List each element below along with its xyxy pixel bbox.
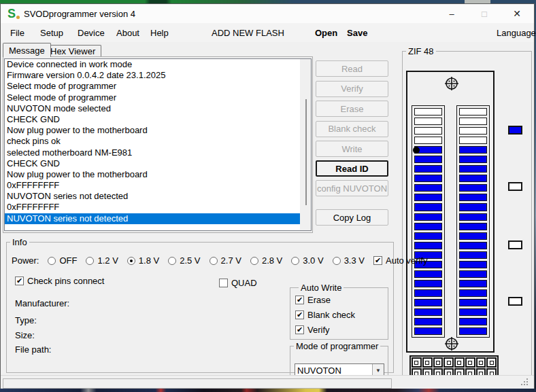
power-radio-1.2v[interactable]: 1.2 V — [86, 255, 118, 266]
menu-item-open[interactable]: Open — [315, 23, 337, 42]
minimize-button[interactable]: – — [440, 4, 463, 23]
menu-item-device[interactable]: Device — [78, 23, 105, 42]
log-line[interactable]: Select mode of programmer — [5, 81, 311, 92]
log-line[interactable]: NUVOTON mode selected — [5, 103, 311, 114]
message-log-list[interactable]: Device connected in work modeFirmware ve… — [4, 58, 312, 231]
log-line[interactable]: Now plug power to the motherboard — [5, 125, 311, 136]
checkbox-label: Blank check — [307, 310, 355, 320]
log-line[interactable]: Select mode of programmer — [5, 92, 311, 103]
connector-cell — [486, 357, 497, 368]
pin-slot — [414, 175, 442, 182]
file-path-label: File path: — [15, 344, 51, 355]
log-line[interactable]: CHECK GND — [5, 158, 311, 169]
auto-write-verify[interactable]: ✔Verify — [295, 325, 388, 335]
size-label: Size: — [15, 330, 35, 340]
auto-write-blank-check[interactable]: ✔Blank check — [295, 310, 388, 320]
pin-slot — [459, 165, 487, 173]
pin-slot — [459, 213, 487, 221]
checkbox: ✔ — [373, 256, 382, 265]
connector-cell-inner — [414, 361, 418, 365]
log-line[interactable]: check pins ok — [5, 136, 311, 147]
power-radio-2.7v[interactable]: 2.7 V — [210, 255, 241, 266]
screw-icon — [443, 75, 460, 92]
log-line[interactable]: 0xFFFFFFFF — [5, 180, 311, 191]
power-radio-3.0v[interactable]: 3.0 V — [291, 255, 323, 266]
pin-slot — [414, 127, 442, 135]
radio-button — [250, 257, 258, 265]
log-line[interactable]: Now plug power to the motherboard — [5, 169, 311, 180]
log-line[interactable]: Device connected in work mode — [5, 59, 311, 70]
close-button[interactable]: ✕ — [505, 4, 529, 23]
resize-grip[interactable] — [521, 378, 528, 385]
checkbox: ✔ — [15, 277, 24, 285]
checkbox-label: Auto verify — [386, 255, 427, 266]
power-radio-2.5v[interactable]: 2.5 V — [168, 255, 200, 266]
blank-check-button[interactable]: Blank check — [316, 121, 388, 137]
power-radio-1.8v[interactable]: 1.8 V — [127, 255, 159, 266]
menu-item-about[interactable]: About — [116, 23, 139, 42]
app-icon-letter: S — [7, 7, 16, 20]
radio-button — [127, 257, 135, 265]
app-icon: S — [7, 7, 21, 20]
pin-slot — [459, 261, 487, 268]
pin-slot — [414, 242, 442, 249]
log-scrollbar-thumb[interactable] — [305, 99, 307, 205]
tab-hex-viewer[interactable]: Hex Viewer — [44, 45, 101, 57]
window-title: SVODprogrammer version 4 — [24, 9, 135, 19]
menu-item-file[interactable]: File — [10, 23, 24, 42]
quad-checkbox[interactable]: QUAD — [219, 278, 257, 288]
config-nuvoton-button[interactable]: config NUVOTON — [316, 180, 388, 196]
log-line[interactable]: CHECK GND — [5, 114, 311, 125]
menu-item-help[interactable]: Help — [150, 23, 169, 42]
pin-slot — [414, 194, 442, 201]
pin-column-left — [412, 105, 445, 338]
log-line[interactable]: Firmware version 0.0.4.2 date 23.1.2025 — [5, 70, 311, 81]
pin-slot — [414, 137, 442, 144]
write-button[interactable]: Write — [316, 141, 388, 157]
tab-message[interactable]: Message — [3, 43, 51, 57]
pin-slot — [459, 251, 487, 259]
menu-item-language[interactable]: Language — [497, 23, 536, 42]
pin-slot — [459, 156, 487, 163]
read-button[interactable]: Read — [316, 60, 388, 77]
menu-item-save[interactable]: Save — [347, 23, 367, 42]
menu-item-setup[interactable]: Setup — [40, 23, 63, 42]
log-scrollbar[interactable] — [300, 59, 311, 230]
power-radio-2.8v[interactable]: 2.8 V — [250, 255, 282, 266]
checkbox-label: Check pins connect — [27, 276, 104, 286]
pin-slot — [459, 232, 487, 240]
menu-item-add-new-flash[interactable]: ADD NEW FLASH — [212, 23, 284, 42]
auto-write-group: Auto Write ✔Erase✔Blank check✔Verify — [290, 283, 388, 340]
pin-slot — [414, 108, 442, 115]
connector-cell-inner — [436, 361, 440, 365]
menu-bar: ADD NEW FLASH Open Save Language FileSet… — [1, 23, 534, 42]
copy-log-button[interactable]: Copy Log — [316, 209, 388, 226]
checkbox: ✔ — [295, 325, 304, 334]
log-line[interactable]: NUVOTON series not detected — [5, 191, 311, 202]
erase-button[interactable]: Erase — [316, 101, 388, 117]
radio-button — [86, 257, 94, 265]
check-pins-checkbox[interactable]: ✔Check pins connect — [15, 276, 104, 286]
connector-cell — [465, 357, 475, 368]
app-icon-dot — [16, 16, 20, 19]
info-group-title: Info — [10, 237, 29, 247]
maximize-button[interactable]: □ — [473, 4, 496, 23]
checkbox: ✔ — [295, 296, 304, 304]
connector-cell-inner — [490, 361, 494, 365]
pin-slot — [414, 299, 442, 306]
power-radio-off[interactable]: OFF — [48, 255, 77, 266]
verify-button[interactable]: Verify — [316, 81, 388, 97]
auto-write-erase[interactable]: ✔Erase — [295, 295, 388, 305]
pin-slot — [414, 280, 442, 287]
pin-slot — [414, 327, 442, 335]
pin-slot — [459, 175, 487, 182]
pin-slot — [414, 118, 442, 125]
read-id-button[interactable]: Read ID — [316, 160, 388, 177]
log-line[interactable]: NUVOTON series not detected — [5, 213, 311, 224]
radio-button — [291, 257, 299, 265]
auto-verify-checkbox[interactable]: ✔Auto verify — [373, 255, 427, 266]
log-line[interactable]: selected motherboard NM-E981 — [5, 147, 311, 158]
power-radio-3.3v[interactable]: 3.3 V — [333, 255, 365, 266]
connector-cell — [412, 357, 422, 368]
log-line[interactable]: 0xFFFFFFFF — [5, 202, 311, 213]
